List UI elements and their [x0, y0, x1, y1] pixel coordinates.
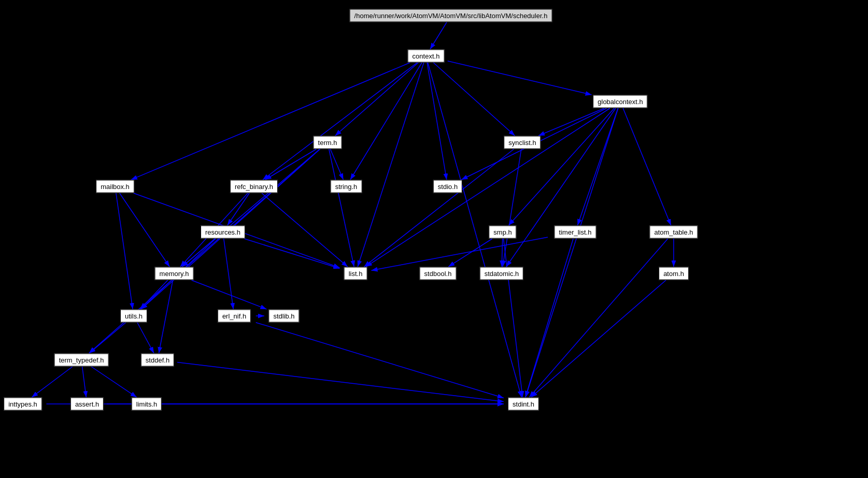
node-stdatomic: stdatomic.h [480, 267, 523, 280]
node-context: context.h [408, 50, 445, 63]
node-atom: atom.h [659, 267, 689, 280]
node-stdlib: stdlib.h [268, 310, 299, 323]
node-erl_nif: erl_nif.h [218, 310, 251, 323]
svg-line-15 [366, 108, 610, 267]
node-limits: limits.h [132, 398, 162, 411]
svg-line-37 [140, 280, 167, 309]
svg-line-16 [506, 108, 616, 267]
node-string: string.h [331, 180, 362, 193]
node-stdio: stdio.h [433, 180, 462, 193]
svg-line-38 [192, 280, 267, 309]
graph-svg [0, 0, 868, 478]
svg-line-13 [577, 108, 618, 225]
svg-line-17 [525, 108, 618, 397]
node-memory: memory.h [155, 267, 194, 280]
svg-line-28 [116, 193, 133, 309]
svg-line-49 [137, 323, 154, 353]
node-atom_table: atom_table.h [649, 226, 698, 239]
svg-line-33 [182, 239, 215, 267]
svg-line-42 [504, 239, 523, 397]
svg-line-5 [131, 63, 410, 180]
node-term: term.h [314, 136, 342, 149]
svg-line-32 [262, 193, 348, 267]
svg-line-35 [245, 239, 340, 268]
node-timer_list: timer_list.h [554, 226, 596, 239]
node-globalcontext: globalcontext.h [593, 95, 647, 108]
graph-container: /home/runner/work/AtomVM/AtomVM/src/libA… [0, 0, 868, 478]
svg-line-25 [364, 149, 514, 267]
svg-line-44 [525, 239, 573, 397]
svg-line-9 [358, 63, 424, 267]
node-smp: smp.h [489, 226, 516, 239]
svg-line-55 [177, 363, 504, 402]
svg-line-11 [538, 108, 604, 136]
svg-line-54 [91, 367, 136, 397]
svg-line-48 [89, 323, 125, 353]
svg-line-22 [329, 149, 354, 267]
node-stdbool: stdbool.h [420, 267, 457, 280]
node-assert: assert.h [70, 398, 104, 411]
svg-line-53 [82, 367, 87, 397]
node-refc_binary: refc_binary.h [230, 180, 278, 193]
node-resources: resources.h [201, 226, 245, 239]
node-utils: utils.h [120, 310, 147, 323]
node-term_typedef: term_typedef.h [54, 354, 109, 367]
node-stddef: stddef.h [141, 354, 174, 367]
svg-line-3 [335, 63, 418, 136]
node-list: list.h [344, 267, 367, 280]
svg-line-46 [529, 239, 667, 397]
node-stdint: stdint.h [508, 398, 539, 411]
svg-line-6 [263, 63, 417, 180]
node-inttypes: inttypes.h [4, 398, 42, 411]
svg-line-30 [227, 193, 249, 225]
node-mailbox: mailbox.h [96, 180, 134, 193]
svg-line-1 [430, 22, 447, 49]
svg-line-41 [502, 239, 502, 267]
svg-line-43 [372, 237, 548, 270]
svg-line-7 [350, 63, 422, 180]
svg-line-2 [448, 61, 592, 95]
svg-line-27 [120, 193, 169, 267]
svg-line-40 [448, 239, 492, 267]
svg-line-8 [427, 63, 447, 180]
node-scheduler: /home/runner/work/AtomVM/AtomVM/src/libA… [350, 9, 552, 22]
svg-line-52 [32, 367, 72, 397]
node-synclist: synclist.h [504, 136, 540, 149]
svg-line-47 [531, 280, 666, 397]
svg-line-34 [224, 239, 233, 309]
svg-line-14 [623, 108, 671, 225]
